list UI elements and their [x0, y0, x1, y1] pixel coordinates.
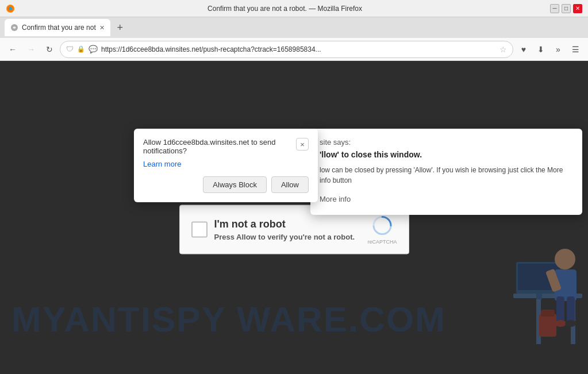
reload-button[interactable]: ↻ [41, 41, 57, 57]
svg-rect-8 [536, 294, 542, 299]
forward-button[interactable]: → [23, 41, 39, 57]
tab-label: Confirm that you are not [22, 24, 96, 32]
svg-rect-17 [541, 310, 555, 317]
always-block-button[interactable]: Always Block [203, 176, 267, 193]
tab-favicon [10, 24, 18, 32]
address-bar[interactable]: 🛡 🔒 💬 https://1d6ccee8bda.winsites.net/p… [60, 41, 513, 58]
site-says-text: site says: [320, 138, 573, 146]
maximize-button[interactable]: □ [562, 4, 571, 13]
minimize-button[interactable]: ─ [550, 4, 559, 13]
firefox-icon [6, 4, 15, 13]
tab-close-button[interactable]: ✕ [99, 24, 105, 32]
recaptcha-title: I'm not a robot [214, 218, 361, 230]
svg-rect-16 [539, 314, 556, 337]
pocket-button[interactable]: ♥ [516, 41, 532, 57]
svg-rect-11 [556, 296, 564, 322]
svg-point-9 [555, 249, 575, 269]
shield-icon: 🛡 [66, 45, 74, 53]
allow-button[interactable]: Allow [271, 176, 309, 193]
recaptcha-subtitle: Press Allow to verify you're not a robot… [214, 232, 361, 241]
tab-bar: Confirm that you are not ✕ + [0, 17, 588, 38]
close-window-button[interactable]: ✕ [573, 4, 582, 13]
new-tab-button[interactable]: + [113, 20, 128, 35]
page-content: MYANTISPY WARE.COM Click on Allow to ver… [0, 61, 588, 374]
notif-popup-buttons: Always Block Allow [143, 176, 309, 193]
notif-popup-title: Allow 1d6ccee8bda.winsites.net to send n… [143, 138, 296, 155]
notification-permission-popup: Allow 1d6ccee8bda.winsites.net to send n… [134, 129, 318, 202]
svg-rect-12 [567, 296, 575, 322]
recaptcha-brand-label: reCAPTCHA [367, 238, 397, 244]
back-button[interactable]: ← [5, 41, 21, 57]
title-bar: Confirm that you are not a robot. — Mozi… [0, 0, 588, 17]
notification-permission-icon: 💬 [89, 45, 98, 53]
nav-bar: ← → ↻ 🛡 🔒 💬 https://1d6ccee8bda.winsites… [0, 38, 588, 61]
site-body-text: low can be closed by pressing 'Allow'. I… [320, 165, 573, 186]
watermark-text: MYANTISPY WARE.COM [11, 299, 446, 340]
svg-point-14 [565, 320, 577, 327]
recaptcha-logo: reCAPTCHA [367, 214, 397, 244]
page-illustration [433, 225, 588, 374]
extensions-button[interactable]: » [550, 41, 566, 57]
more-info-button[interactable]: More info [320, 192, 351, 206]
window-controls: ─ □ ✕ [550, 4, 582, 13]
bookmark-star-icon[interactable]: ☆ [499, 45, 507, 54]
site-notification-popup: site says: 'llow' to close this window. … [310, 129, 582, 215]
recaptcha-text: I'm not a robot Press Allow to verify yo… [214, 218, 361, 241]
recaptcha-checkbox[interactable] [191, 221, 207, 237]
menu-button[interactable]: ☰ [567, 41, 583, 57]
recaptcha-spinner-icon [371, 214, 393, 236]
site-close-instruction: 'llow' to close this window. [320, 150, 573, 159]
learn-more-link[interactable]: Learn more [143, 160, 309, 168]
active-tab[interactable]: Confirm that you are not ✕ [5, 19, 110, 36]
lock-icon: 🔒 [77, 45, 85, 53]
nav-right-controls: ♥ ⬇ » ☰ [516, 41, 583, 57]
url-text: https://1d6ccee8bda.winsites.net/push-re… [101, 45, 496, 53]
notif-popup-close-button[interactable]: × [296, 138, 309, 151]
notif-popup-header: Allow 1d6ccee8bda.winsites.net to send n… [143, 138, 309, 155]
window-title: Confirm that you are not a robot. — Mozi… [20, 5, 550, 13]
svg-point-1 [9, 7, 12, 10]
download-button[interactable]: ⬇ [533, 41, 549, 57]
